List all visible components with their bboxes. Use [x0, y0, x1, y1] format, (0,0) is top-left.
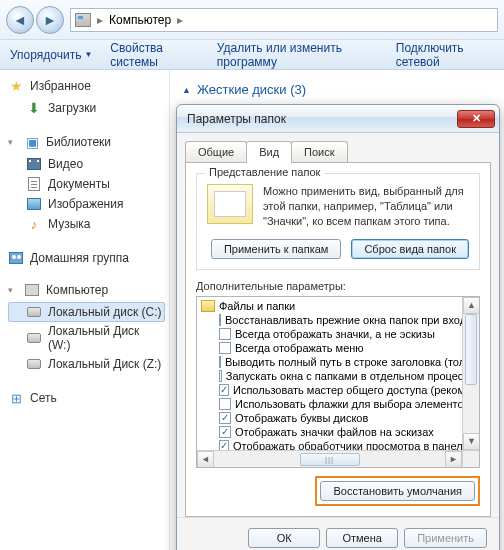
tree-item-label: Использовать флажки для выбора элементов [235, 398, 469, 410]
back-button[interactable]: ◄ [6, 6, 34, 34]
sidebar-item-disk-z[interactable]: Локальный Диск (Z:) [8, 354, 165, 374]
tree-item[interactable]: Всегда отображать меню [201, 341, 475, 355]
homegroup-group[interactable]: Домашняя группа [8, 250, 165, 266]
advanced-settings-tree[interactable]: Файлы и папки Восстанавливать прежние ок… [196, 296, 480, 468]
scrollbar-thumb[interactable]: ||| [300, 453, 360, 466]
hard-drives-header[interactable]: ▲Жесткие диски (3) [182, 82, 492, 97]
checkbox[interactable] [219, 384, 229, 396]
dialog-tabs: Общие Вид Поиск [177, 133, 499, 163]
system-properties-button[interactable]: Свойства системы [110, 41, 198, 69]
tree-root-files-folders[interactable]: Файлы и папки [201, 299, 475, 313]
hdd-icon [26, 304, 42, 320]
favorites-group[interactable]: ★Избранное [8, 78, 165, 94]
chevron-down-icon: ▼ [84, 50, 92, 59]
annotation-highlight: Восстановить умолчания [315, 476, 480, 506]
folder-view-icon [207, 184, 253, 224]
checkbox[interactable] [219, 370, 222, 382]
address-bar-area: ◄ ► ▸ Компьютер ▸ [0, 0, 504, 40]
computer-icon [75, 13, 91, 27]
library-icon: ▣ [24, 134, 40, 150]
sidebar-item-music[interactable]: ♪Музыка [8, 214, 165, 234]
scrollbar-thumb[interactable] [465, 314, 477, 385]
sidebar-item-disk-w[interactable]: Локальный Диск (W:) [8, 322, 165, 354]
apply-button[interactable]: Применить [404, 528, 487, 548]
navigation-pane: ★Избранное ⬇Загрузки ▾▣Библиотеки Видео … [0, 70, 170, 550]
tree-item[interactable]: Отображать буквы дисков [201, 411, 475, 425]
scroll-left-button[interactable]: ◄ [197, 451, 214, 468]
dialog-title: Параметры папок [187, 112, 286, 126]
view-tab-pane: Представление папок Можно применить вид,… [185, 162, 491, 517]
scrollbar-track[interactable] [463, 314, 479, 433]
scroll-right-button[interactable]: ► [445, 451, 462, 468]
computer-icon [24, 282, 40, 298]
network-group[interactable]: ⊞Сеть [8, 390, 165, 406]
ok-button[interactable]: ОК [248, 528, 320, 548]
scroll-down-button[interactable]: ▼ [463, 433, 480, 450]
checkbox[interactable] [219, 426, 231, 438]
advanced-settings-label: Дополнительные параметры: [196, 280, 480, 292]
folder-views-legend: Представление папок [205, 166, 324, 178]
folder-views-description: Можно применить вид, выбранный для этой … [263, 184, 469, 229]
folder-views-group: Представление папок Можно применить вид,… [196, 173, 480, 270]
tree-item[interactable]: Восстанавливать прежние окна папок при в… [201, 313, 475, 327]
close-button[interactable]: ✕ [457, 110, 495, 128]
hdd-icon [26, 356, 42, 372]
horizontal-scrollbar[interactable]: ◄ ||| ► [197, 450, 462, 467]
dialog-titlebar[interactable]: Параметры папок ✕ [177, 105, 499, 133]
music-icon: ♪ [26, 216, 42, 232]
checkbox[interactable] [219, 398, 231, 410]
video-icon [26, 156, 42, 172]
chevron-down-icon: ▾ [8, 137, 18, 147]
checkbox[interactable] [219, 412, 231, 424]
map-network-drive-button[interactable]: Подключить сетевой [396, 41, 494, 69]
tree-item-label: Всегда отображать меню [235, 342, 364, 354]
sidebar-item-video[interactable]: Видео [8, 154, 165, 174]
restore-defaults-button[interactable]: Восстановить умолчания [320, 481, 475, 501]
computer-group[interactable]: ▾Компьютер [8, 282, 165, 298]
breadcrumb-computer[interactable]: Компьютер [109, 13, 171, 27]
forward-button[interactable]: ► [36, 6, 64, 34]
homegroup-icon [8, 250, 24, 266]
command-bar: Упорядочить ▼ Свойства системы Удалить и… [0, 40, 504, 70]
tree-item[interactable]: Использовать мастер общего доступа (реко… [201, 383, 475, 397]
tree-item-label: Восстанавливать прежние окна папок при в… [225, 314, 480, 326]
sidebar-item-pictures[interactable]: Изображения [8, 194, 165, 214]
tab-search[interactable]: Поиск [291, 141, 347, 163]
chevron-down-icon: ▾ [8, 285, 18, 295]
sidebar-item-disk-c[interactable]: Локальный диск (C:) [8, 302, 165, 322]
scrollbar-corner [462, 450, 479, 467]
uninstall-button[interactable]: Удалить или изменить программу [217, 41, 378, 69]
cancel-button[interactable]: Отмена [326, 528, 398, 548]
tree-item[interactable]: Использовать флажки для выбора элементов [201, 397, 475, 411]
checkbox[interactable] [219, 328, 231, 340]
hdd-icon [26, 330, 42, 346]
sidebar-item-documents[interactable]: Документы [8, 174, 165, 194]
dialog-button-row: ОК Отмена Применить [177, 517, 499, 550]
tree-item[interactable]: Отображать значки файлов на эскизах [201, 425, 475, 439]
tree-item-label: Использовать мастер общего доступа (реко… [233, 384, 480, 396]
scroll-up-button[interactable]: ▲ [463, 297, 480, 314]
breadcrumb-sep: ▸ [177, 13, 183, 27]
organize-menu[interactable]: Упорядочить ▼ [10, 48, 92, 62]
vertical-scrollbar[interactable]: ▲ ▼ [462, 297, 479, 450]
checkbox[interactable] [219, 314, 221, 326]
apply-to-folders-button[interactable]: Применить к папкам [211, 239, 342, 259]
tree-item[interactable]: Всегда отображать значки, а не эскизы [201, 327, 475, 341]
checkbox[interactable] [219, 356, 221, 368]
breadcrumb-sep: ▸ [97, 13, 103, 27]
address-bar[interactable]: ▸ Компьютер ▸ [70, 8, 498, 32]
tree-item-label: Отображать значки файлов на эскизах [235, 426, 434, 438]
downloads-icon: ⬇ [26, 100, 42, 116]
folder-options-dialog: Параметры папок ✕ Общие Вид Поиск Предст… [176, 104, 500, 550]
tree-item[interactable]: Запускать окна с папками в отдельном про… [201, 369, 475, 383]
sidebar-item-downloads[interactable]: ⬇Загрузки [8, 98, 165, 118]
tab-general[interactable]: Общие [185, 141, 247, 163]
scrollbar-track[interactable]: ||| [214, 451, 445, 467]
reset-folders-button[interactable]: Сброс вида папок [351, 239, 469, 259]
tree-item[interactable]: Выводить полный путь в строке заголовка … [201, 355, 475, 369]
libraries-group[interactable]: ▾▣Библиотеки [8, 134, 165, 150]
tab-view[interactable]: Вид [246, 141, 292, 163]
nav-buttons: ◄ ► [6, 6, 64, 34]
folder-icon [201, 300, 215, 312]
checkbox[interactable] [219, 342, 231, 354]
